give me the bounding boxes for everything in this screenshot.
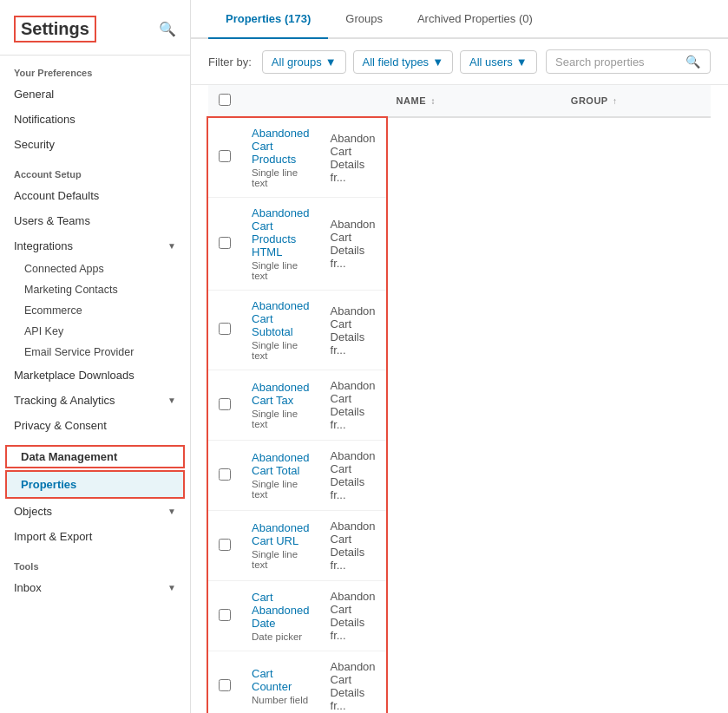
property-name-7[interactable]: Cart Abandoned Date <box>252 591 310 630</box>
section-label-tools: Tools <box>0 549 190 575</box>
sidebar-item-marketplace[interactable]: Marketplace Downloads <box>0 363 190 388</box>
sidebar-sub-marketing-contacts[interactable]: Marketing Contacts <box>0 279 190 300</box>
sidebar-item-account-defaults[interactable]: Account Defaults <box>0 183 190 208</box>
row-name-cell: Abandoned Cart Products HTML Single line… <box>241 198 320 291</box>
sidebar-item-general[interactable]: General <box>0 82 190 107</box>
property-group-7: Abandon Cart Details fr... <box>331 590 376 642</box>
sidebar-title: Settings <box>14 16 96 43</box>
table-row: Abandoned Cart Subtotal Single line text… <box>208 291 386 370</box>
row-checkbox-4[interactable] <box>219 398 231 410</box>
property-type-7: Date picker <box>252 631 310 642</box>
row-checkbox-8[interactable] <box>219 679 231 691</box>
property-type-8: Number field <box>252 695 310 705</box>
property-name-1[interactable]: Abandoned Cart Products <box>252 127 310 166</box>
sidebar-search-icon[interactable]: 🔍 <box>159 21 176 37</box>
row-name-cell: Abandoned Cart URL Single line text <box>241 511 320 581</box>
property-name-6[interactable]: Abandoned Cart URL <box>252 521 310 547</box>
row-checkbox-5[interactable] <box>219 468 231 481</box>
filter-field-types-button[interactable]: All field types ▼ <box>353 50 453 74</box>
row-checkbox-cell <box>208 581 241 651</box>
name-sort-icon: ↕ <box>431 96 436 106</box>
objects-chevron-icon: ▼ <box>167 507 176 516</box>
sidebar: Settings 🔍 Your Preferences General Noti… <box>0 0 191 713</box>
property-group-8: Abandon Cart Details fr... <box>331 660 376 712</box>
field-types-chevron-icon: ▼ <box>432 56 443 69</box>
sidebar-item-security[interactable]: Security <box>0 132 190 157</box>
row-checkbox-cell <box>208 291 241 370</box>
sidebar-item-users-teams[interactable]: Users & Teams <box>0 208 190 233</box>
row-name-cell: Cart Abandoned Date Date picker <box>241 581 320 651</box>
sidebar-item-privacy[interactable]: Privacy & Consent <box>0 413 190 438</box>
tracking-chevron-icon: ▼ <box>167 396 176 405</box>
row-checkbox-cell <box>208 370 241 441</box>
sidebar-sub-connected-apps[interactable]: Connected Apps <box>0 258 190 279</box>
row-checkbox-cell <box>208 198 241 291</box>
row-group-cell: Abandon Cart Details fr... <box>320 581 386 651</box>
search-icon[interactable]: 🔍 <box>685 55 700 69</box>
filter-users-button[interactable]: All users ▼ <box>460 50 537 74</box>
row-group-cell: Abandon Cart Details fr... <box>320 118 386 198</box>
property-name-5[interactable]: Abandoned Cart Total <box>252 451 310 477</box>
sidebar-item-inbox[interactable]: Inbox ▼ <box>0 575 190 600</box>
property-group-1: Abandon Cart Details fr... <box>331 132 376 184</box>
property-group-4: Abandon Cart Details fr... <box>331 379 376 431</box>
table-row: Abandoned Cart Tax Single line text Aban… <box>208 370 386 441</box>
filter-groups-button[interactable]: All groups ▼ <box>262 50 346 74</box>
users-chevron-icon: ▼ <box>516 56 528 69</box>
property-name-4[interactable]: Abandoned Cart Tax <box>252 381 310 407</box>
sidebar-sub-email-service[interactable]: Email Service Provider <box>0 342 190 363</box>
row-checkbox-1[interactable] <box>219 150 231 162</box>
row-checkbox-3[interactable] <box>219 323 231 335</box>
sidebar-sub-api-key[interactable]: API Key <box>0 321 190 342</box>
row-checkbox-2[interactable] <box>219 237 231 249</box>
sidebar-item-objects[interactable]: Objects ▼ <box>0 499 190 524</box>
sidebar-sub-ecommerce[interactable]: Ecommerce <box>0 300 190 321</box>
sidebar-item-import-export[interactable]: Import & Export <box>0 524 190 549</box>
table-row: Abandoned Cart URL Single line text Aban… <box>208 511 386 581</box>
group-column-header[interactable]: GROUP ↑ <box>561 85 711 117</box>
sidebar-item-tracking[interactable]: Tracking & Analytics ▼ <box>0 388 190 413</box>
row-checkbox-cell <box>208 651 241 714</box>
main-content: Properties (173) Groups Archived Propert… <box>191 0 728 713</box>
tabs-bar: Properties (173) Groups Archived Propert… <box>191 0 728 39</box>
sidebar-item-notifications[interactable]: Notifications <box>0 107 190 132</box>
sidebar-item-properties[interactable]: Properties <box>5 470 185 499</box>
row-name-cell: Abandoned Cart Products Single line text <box>241 118 320 198</box>
properties-table: NAME ↕ GROUP ↑ Abandoned Cart Products S… <box>208 85 711 713</box>
integrations-chevron-icon: ▼ <box>167 241 176 251</box>
select-all-checkbox[interactable] <box>219 94 231 106</box>
property-group-6: Abandon Cart Details fr... <box>331 520 376 572</box>
row-checkbox-6[interactable] <box>219 539 231 551</box>
tab-groups[interactable]: Groups <box>328 0 400 39</box>
row-group-cell: Abandon Cart Details fr... <box>320 198 386 291</box>
property-name-3[interactable]: Abandoned Cart Subtotal <box>252 299 310 338</box>
property-type-4: Single line text <box>252 409 310 429</box>
properties-table-container: NAME ↕ GROUP ↑ Abandoned Cart Products S… <box>191 85 728 713</box>
property-type-6: Single line text <box>252 549 310 570</box>
search-input[interactable] <box>555 56 685 69</box>
sidebar-item-integrations[interactable]: Integrations ▼ <box>0 233 190 258</box>
property-type-1: Single line text <box>252 167 310 188</box>
row-checkbox-cell <box>208 511 241 581</box>
property-name-2[interactable]: Abandoned Cart Products HTML <box>252 206 310 258</box>
name-column-header[interactable]: NAME ↕ <box>386 85 561 117</box>
section-label-data-management: Data Management <box>5 445 185 468</box>
property-group-3: Abandon Cart Details fr... <box>331 304 376 356</box>
section-label-account: Account Setup <box>0 157 190 183</box>
property-group-2: Abandon Cart Details fr... <box>331 218 376 270</box>
row-name-cell: Cart Counter Number field <box>241 651 320 714</box>
row-group-cell: Abandon Cart Details fr... <box>320 370 386 441</box>
row-group-cell: Abandon Cart Details fr... <box>320 441 386 511</box>
row-group-cell: Abandon Cart Details fr... <box>320 291 386 370</box>
property-type-2: Single line text <box>252 260 310 281</box>
filter-bar: Filter by: All groups ▼ All field types … <box>191 39 728 85</box>
table-row: Cart Abandoned Date Date picker Abandon … <box>208 581 386 651</box>
property-type-5: Single line text <box>252 479 310 500</box>
property-name-8[interactable]: Cart Counter <box>252 667 310 693</box>
tab-archived[interactable]: Archived Properties (0) <box>400 0 550 39</box>
tab-properties[interactable]: Properties (173) <box>208 0 328 39</box>
row-checkbox-7[interactable] <box>219 609 231 621</box>
property-group-5: Abandon Cart Details fr... <box>331 449 376 501</box>
row-checkbox-cell <box>208 118 241 198</box>
table-row: Abandoned Cart Total Single line text Ab… <box>208 441 386 511</box>
